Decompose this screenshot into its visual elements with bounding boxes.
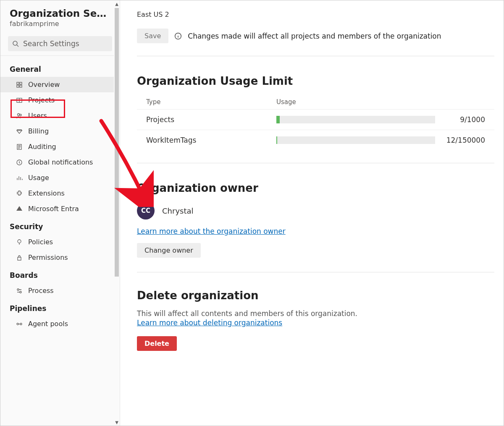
region-value: East US 2 — [137, 10, 494, 18]
sidebar-divider — [0, 55, 120, 56]
sidebar-item-usage[interactable]: Usage — [0, 170, 120, 186]
sidebar-item-global-notifications[interactable]: Global notifications — [0, 154, 120, 170]
svg-rect-5 — [20, 85, 22, 87]
sidebar-label-entra: Microsoft Entra — [28, 205, 79, 213]
usage-type-label: WorkItemTags — [146, 136, 276, 144]
scroll-down-icon[interactable]: ▼ — [114, 419, 120, 426]
section-divider — [137, 272, 494, 272]
svg-rect-4 — [17, 85, 19, 87]
owner-learn-more-link[interactable]: Learn more about the organization owner — [137, 227, 286, 235]
agent-pools-icon — [16, 320, 23, 328]
svg-point-11 — [18, 240, 21, 243]
change-owner-button[interactable]: Change owner — [137, 243, 201, 258]
users-icon — [16, 112, 23, 120]
sidebar-label-users: Users — [28, 112, 47, 120]
delete-description: This will affect all contents and member… — [137, 309, 494, 318]
svg-point-13 — [17, 289, 19, 290]
notifications-icon — [16, 159, 23, 166]
sidebar-label-projects: Projects — [28, 96, 55, 104]
svg-point-14 — [20, 291, 21, 293]
billing-icon — [16, 128, 23, 135]
sidebar-item-process[interactable]: Process — [0, 283, 120, 298]
sidebar-item-billing[interactable]: Billing — [0, 123, 120, 139]
policies-icon — [16, 238, 23, 246]
sidebar-label-billing: Billing — [28, 127, 49, 135]
projects-icon — [16, 97, 23, 104]
section-header-general: General — [0, 59, 120, 77]
usage-row-workitemtags: WorkItemTags 12/150000 — [137, 130, 494, 150]
info-icon — [174, 32, 182, 40]
svg-rect-12 — [18, 257, 21, 260]
save-button[interactable]: Save — [137, 29, 168, 43]
usage-row-projects: Projects 9/1000 — [137, 109, 494, 130]
svg-point-16 — [20, 323, 22, 325]
usage-col-usage: Usage — [276, 98, 296, 106]
sidebar-item-extensions[interactable]: Extensions — [0, 186, 120, 201]
usage-type-label: Projects — [146, 115, 276, 124]
svg-point-7 — [18, 113, 20, 115]
svg-point-0 — [13, 41, 17, 45]
overview-icon — [16, 81, 23, 89]
main-content: East US 2 Save Changes made will affect … — [120, 0, 504, 426]
sidebar-item-policies[interactable]: Policies — [0, 234, 120, 250]
sidebar-item-microsoft-entra[interactable]: Microsoft Entra — [0, 201, 120, 217]
permissions-icon — [16, 254, 23, 261]
svg-line-1 — [17, 45, 18, 47]
sidebar-label-policies: Policies — [28, 238, 53, 246]
delete-org-heading: Delete organization — [137, 289, 494, 302]
section-header-security: Security — [0, 217, 120, 234]
owner-avatar: CC — [137, 202, 155, 220]
sidebar-item-auditing[interactable]: Auditing — [0, 139, 120, 154]
sidebar-item-permissions[interactable]: Permissions — [0, 250, 120, 265]
sidebar-title: Organization Settin... — [10, 8, 110, 19]
section-header-pipelines: Pipelines — [0, 298, 120, 316]
owner-name: Chrystal — [162, 206, 194, 215]
sidebar-item-users[interactable]: Users — [0, 108, 120, 123]
org-owner-heading: Organization owner — [137, 182, 494, 194]
sidebar-scrollbar[interactable]: ▲ ▼ — [114, 0, 120, 426]
sidebar-label-agent-pools: Agent pools — [28, 320, 68, 328]
section-divider — [137, 163, 494, 163]
usage-bar — [276, 116, 435, 123]
svg-point-8 — [20, 114, 21, 116]
entra-icon — [16, 205, 23, 213]
sidebar-label-auditing: Auditing — [28, 143, 56, 151]
svg-point-15 — [17, 323, 18, 325]
delete-learn-more-link[interactable]: Learn more about deleting organizations — [137, 319, 282, 327]
sidebar-label-usage: Usage — [28, 174, 49, 182]
search-icon — [12, 40, 19, 47]
usage-value: 12/150000 — [443, 136, 485, 144]
sidebar-label-global-notifications: Global notifications — [28, 158, 93, 166]
sidebar-org-name: fabrikamprime — [10, 20, 110, 28]
sidebar-label-extensions: Extensions — [28, 189, 65, 197]
usage-value: 9/1000 — [443, 115, 485, 124]
sidebar-label-permissions: Permissions — [28, 254, 68, 261]
extensions-icon — [16, 190, 23, 197]
sidebar-item-overview[interactable]: Overview — [0, 77, 120, 92]
usage-bar — [276, 136, 435, 144]
save-info-text: Changes made will affect all projects an… — [188, 32, 441, 40]
sidebar-label-overview: Overview — [28, 81, 60, 89]
sidebar: Organization Settin... fabrikamprime Sea… — [0, 0, 120, 426]
sidebar-item-projects[interactable]: Projects — [0, 92, 120, 108]
svg-rect-3 — [20, 82, 22, 84]
search-settings-input[interactable]: Search Settings — [8, 36, 112, 51]
sidebar-item-agent-pools[interactable]: Agent pools — [0, 316, 120, 332]
section-divider — [137, 56, 494, 56]
auditing-icon — [16, 143, 23, 151]
sidebar-label-process: Process — [28, 287, 54, 295]
usage-limit-heading: Organization Usage Limit — [137, 75, 494, 87]
search-placeholder-text: Search Settings — [23, 39, 79, 48]
scroll-up-icon[interactable]: ▲ — [114, 0, 120, 7]
usage-icon — [16, 174, 23, 182]
section-header-boards: Boards — [0, 265, 120, 283]
usage-col-type: Type — [146, 98, 276, 106]
process-icon — [16, 287, 23, 295]
svg-rect-2 — [17, 82, 19, 84]
delete-button[interactable]: Delete — [137, 336, 177, 351]
scroll-thumb[interactable] — [115, 8, 119, 277]
